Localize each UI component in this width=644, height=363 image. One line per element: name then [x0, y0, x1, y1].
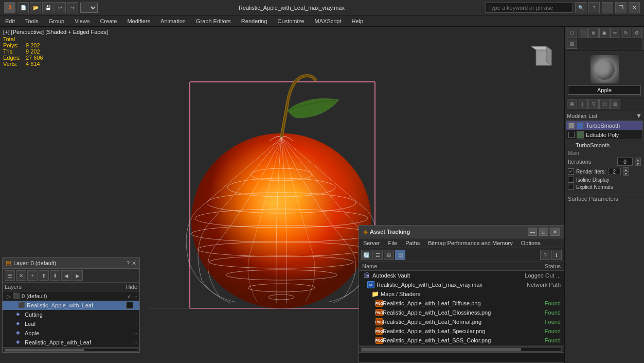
undo-button[interactable]: ↩ [55, 2, 66, 13]
menu-item-create[interactable]: Create [95, 17, 122, 25]
layer-expand-icon[interactable]: ▷ [7, 293, 13, 299]
asset-row-folder[interactable]: 📁 Maps / Shaders [359, 289, 564, 299]
menu-item-rendering[interactable]: Rendering [236, 17, 273, 25]
menu-item-views[interactable]: Views [69, 17, 95, 25]
mode-icon-2[interactable]: | [578, 99, 588, 109]
asset-row-max[interactable]: M Realistic_Apple_with_Leaf_max_vray.max… [359, 280, 564, 289]
layer-row[interactable]: ⬛ Realistic_Apple_with_Leaf ··· [3, 301, 139, 310]
layer-tool-1[interactable]: ⬆ [39, 270, 49, 281]
layer-tool-delete[interactable]: ✕ [16, 270, 26, 281]
asset-row-diffuse[interactable]: PNG Realistic_Apple_with_Leaf_Diffuse.pn… [359, 299, 564, 308]
menu-item-group[interactable]: Group [44, 17, 70, 25]
rp-icon-5[interactable]: ✏ [610, 28, 620, 38]
asset-tool-4-active[interactable]: ▤ [395, 250, 405, 260]
rp-icon-2[interactable]: ⬛ [578, 28, 588, 38]
asset-tool-info[interactable]: ℹ [551, 250, 562, 260]
turbosmooth-collapse-button[interactable]: — [568, 142, 574, 148]
layer-tool-add[interactable]: + [27, 270, 38, 281]
mode-icon-3[interactable]: ▽ [588, 99, 599, 109]
open-button[interactable]: 📂 [30, 2, 41, 13]
layer-tool-3[interactable]: ◀ [61, 270, 71, 281]
layer-scroll-thumb[interactable] [5, 349, 84, 351]
iterations-spinner[interactable]: ▲ ▼ [635, 158, 641, 166]
layer-tool-4[interactable]: ▶ [73, 270, 83, 281]
rp-icon-3[interactable]: ⊕ [588, 28, 599, 38]
explicit-normals-checkbox[interactable] [568, 184, 574, 190]
iterations-input[interactable] [617, 158, 633, 166]
asset-row-sss[interactable]: PNG Realistic_Apple_with_Leaf_SSS_Color.… [359, 336, 564, 345]
asset-tool-3[interactable]: ⊞ [384, 250, 394, 260]
viewport[interactable]: [+] [Perspective] [Shaded + Edged Faces]… [0, 27, 564, 363]
rp-icon-6[interactable]: ↻ [621, 28, 631, 38]
rp-icon-4[interactable]: ◉ [599, 28, 610, 38]
modifier-checkbox-editablepoly[interactable] [568, 132, 575, 138]
layer-tool-select[interactable]: ☰ [5, 270, 15, 281]
layer-row[interactable]: ▷ ⬛ 0 (default) ✓ ··· [3, 291, 139, 301]
layer-row[interactable]: ◈ Leaf ··· [3, 319, 139, 329]
asset-menu-paths[interactable]: Paths [401, 238, 424, 248]
layer-row[interactable]: ◈ Cutting ··· [3, 310, 139, 319]
menu-item-animation[interactable]: Animation [155, 17, 191, 25]
iterations-up[interactable]: ▲ [635, 158, 641, 162]
layer-row[interactable]: ◈ Realistic_Apple_with_Leaf ··· [3, 338, 139, 347]
asset-scroll-track[interactable] [361, 348, 562, 352]
render-iters-input[interactable] [608, 168, 621, 175]
render-iters-checkbox[interactable] [568, 168, 574, 175]
modifier-checkbox-turbosmooth[interactable] [568, 123, 575, 129]
menu-item-maxscript[interactable]: MAXScript [310, 17, 347, 25]
layer-help-button[interactable]: ? [127, 260, 130, 267]
asset-tool-1[interactable]: 🔄 [361, 250, 371, 260]
iterations-down[interactable]: ▼ [635, 162, 641, 166]
menu-item-modifiers[interactable]: Modifiers [122, 17, 155, 25]
render-iters-down[interactable]: ▼ [623, 171, 629, 176]
asset-scroll-thumb[interactable] [362, 348, 521, 351]
modifier-list-dropdown[interactable]: ▼ [636, 112, 642, 119]
asset-menu-options[interactable]: Options [517, 238, 545, 248]
menu-item-customize[interactable]: Customize [273, 17, 310, 25]
menu-item-edit[interactable]: Edit [0, 17, 20, 25]
asset-panel-restore[interactable]: □ [539, 228, 548, 236]
modifier-row-editablepoly[interactable]: Editable Poly [566, 130, 642, 140]
nav-cube[interactable] [528, 42, 559, 73]
close-button[interactable]: ✕ [629, 2, 640, 13]
asset-panel-minimize[interactable]: — [528, 228, 537, 236]
layer-scroll-track[interactable] [5, 349, 137, 352]
asset-scrollbar[interactable] [359, 346, 564, 352]
layer-close-button[interactable]: ✕ [132, 260, 136, 267]
asset-tool-help[interactable]: ? [540, 250, 550, 260]
redo-button[interactable]: ↪ [67, 2, 78, 13]
search-icon[interactable]: 🔍 [575, 2, 586, 13]
rp-icon-8[interactable]: ▤ [567, 39, 577, 49]
layer-row[interactable]: ◈ Apple ··· [3, 329, 139, 338]
asset-menu-server[interactable]: Server [359, 238, 384, 248]
modifier-row-turbosmooth[interactable]: TurboSmooth [566, 121, 642, 130]
mode-icon-4[interactable]: ◻ [599, 99, 610, 109]
asset-tool-2[interactable]: ☰ [372, 250, 383, 260]
search-input[interactable] [486, 3, 573, 13]
asset-panel-close[interactable]: ✕ [550, 228, 560, 236]
render-iters-spinner[interactable]: ▲ ▼ [623, 167, 629, 176]
asset-row-glossiness[interactable]: PNG Realistic_Apple_with_Leaf_Glossiness… [359, 308, 564, 317]
save-button[interactable]: 💾 [42, 2, 53, 13]
asset-menu-file[interactable]: File [384, 238, 401, 248]
minimize-button[interactable]: — [602, 2, 613, 13]
menu-item-tools[interactable]: Tools [20, 17, 44, 25]
menu-item-help[interactable]: Help [347, 17, 369, 25]
mode-icon-5[interactable]: ▤ [610, 99, 620, 109]
asset-row-normal[interactable]: PNG Realistic_Apple_with_Leaf_Normal.png… [359, 317, 564, 326]
help-icon[interactable]: ? [588, 2, 600, 13]
asset-row-vault[interactable]: 🏛 Autodesk Vault Logged Out ... [359, 271, 564, 280]
layer-tool-2[interactable]: ⬇ [50, 270, 60, 281]
rp-icon-1[interactable]: ⎔ [567, 28, 577, 38]
asset-row-specular[interactable]: PNG Realistic_Apple_with_Leaf_Specular.p… [359, 326, 564, 336]
layer-scrollbar[interactable] [3, 347, 139, 352]
workspace-dropdown[interactable]: Workspace: Default [80, 3, 98, 13]
asset-menu-bitmap[interactable]: Bitmap Performance and Memory [424, 238, 516, 248]
isoline-checkbox[interactable] [568, 177, 574, 183]
mode-icon-1[interactable]: ⌘ [567, 99, 577, 109]
restore-button[interactable]: ❐ [615, 2, 627, 13]
rp-icon-7[interactable]: ⚙ [632, 28, 642, 38]
new-button[interactable]: 📄 [17, 2, 29, 13]
menu-item-graph-editors[interactable]: Graph Editors [191, 17, 236, 25]
render-iters-up[interactable]: ▲ [623, 167, 629, 171]
